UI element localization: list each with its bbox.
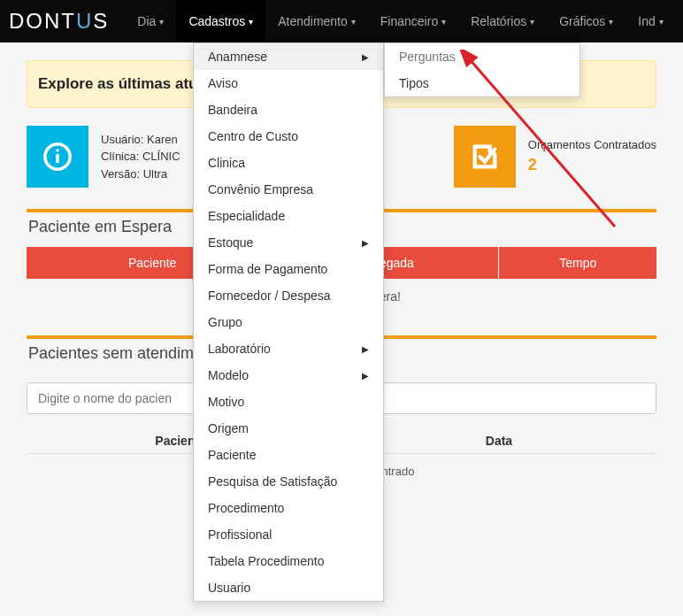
dropdown-item-laborat-rio[interactable]: Laboratório▶ xyxy=(194,335,383,362)
nav-label: Cadastros xyxy=(188,14,245,28)
dropdown-item-motivo[interactable]: Motivo xyxy=(194,389,383,415)
caret-down-icon: ▾ xyxy=(441,17,446,27)
caret-down-icon: ▾ xyxy=(159,17,164,27)
dropdown-item-label: Modelo xyxy=(208,368,249,382)
dropdown-item-modelo[interactable]: Modelo▶ xyxy=(194,362,383,389)
dropdown-item-anamnese[interactable]: Anamnese▶ xyxy=(194,43,383,70)
info-version: Versão: Ultra xyxy=(101,166,180,183)
dropdown-item-conv-nio-empresa[interactable]: Convênio Empresa xyxy=(194,176,383,203)
brand-part2: S xyxy=(93,9,109,33)
dropdown-item-estoque[interactable]: Estoque▶ xyxy=(194,229,383,256)
dropdown-item-paciente[interactable]: Paciente xyxy=(194,442,383,468)
brand-logo: DONTUS xyxy=(0,9,125,34)
dropdown-item-label: Grupo xyxy=(208,315,242,329)
info-user: Usuário: Karen xyxy=(101,131,180,149)
nav-item-cadastros[interactable]: Cadastros▾ xyxy=(176,0,265,42)
dropdown-item-label: Bandeira xyxy=(208,103,257,117)
dropdown-cadastros[interactable]: Anamnese▶AvisoBandeiraCentro de CustoCli… xyxy=(193,42,384,489)
info-icon xyxy=(27,126,88,188)
chevron-right-icon: ▶ xyxy=(362,238,369,248)
nav-label: Ind xyxy=(638,14,655,28)
submenu-anamnese[interactable]: PerguntasTipos xyxy=(384,42,580,97)
dropdown-item-label: Convênio Empresa xyxy=(208,182,313,196)
caret-down-icon: ▾ xyxy=(249,17,253,27)
nav-item-gráficos[interactable]: Gráficos▾ xyxy=(547,0,625,42)
dropdown-item-grupo[interactable]: Grupo xyxy=(194,309,383,335)
brand-part1: DONT xyxy=(9,9,76,33)
info-clinic: Clínica: CLÍNIC xyxy=(101,148,180,166)
dropdown-item-label: Forma de Pagamento xyxy=(208,262,327,276)
chevron-right-icon: ▶ xyxy=(362,344,369,354)
orcamentos-text: Orçamentos Contratados 2 xyxy=(528,136,656,178)
dropdown-item-pesquisa-de-satisfa-o[interactable]: Pesquisa de Satisfação xyxy=(194,468,383,489)
nav-label: Atendimento xyxy=(278,14,348,28)
check-icon xyxy=(454,126,516,188)
dropdown-item-bandeira[interactable]: Bandeira xyxy=(194,96,383,123)
nav-label: Financeiro xyxy=(380,14,438,28)
dropdown-item-aviso[interactable]: Aviso xyxy=(194,70,383,96)
dropdown-item-especialidade[interactable]: Especialidade xyxy=(194,203,383,229)
dropdown-item-fornecedor-despesa[interactable]: Fornecedor / Despesa xyxy=(194,282,383,309)
dropdown-item-label: Pesquisa de Satisfação xyxy=(208,474,337,489)
dropdown-item-label: Fornecedor / Despesa xyxy=(208,289,331,303)
nav-label: Dia xyxy=(137,14,156,28)
nav-item-dia[interactable]: Dia▾ xyxy=(125,0,176,42)
nav-item-relatórios[interactable]: Relatórios▾ xyxy=(458,0,547,42)
submenu-item-perguntas[interactable]: Perguntas xyxy=(385,43,579,70)
dropdown-item-label: Centro de Custo xyxy=(208,129,298,143)
chevron-right-icon: ▶ xyxy=(362,371,369,381)
dropdown-item-forma-de-pagamento[interactable]: Forma de Pagamento xyxy=(194,256,383,282)
dropdown-item-label: Motivo xyxy=(208,395,244,409)
col-tempo: Tempo xyxy=(499,247,656,279)
nav-item-ind[interactable]: Ind▾ xyxy=(625,0,675,42)
brand-dot: U xyxy=(76,9,93,33)
orcamentos-title: Orçamentos Contratados xyxy=(528,136,656,154)
top-nav: DONTUS Dia▾Cadastros▾Atendimento▾Finance… xyxy=(0,0,683,42)
nav-item-atendimento[interactable]: Atendimento▾ xyxy=(265,0,368,42)
dropdown-item-label: Estoque xyxy=(208,235,253,250)
col-data: Data xyxy=(342,434,656,448)
caret-down-icon: ▾ xyxy=(351,17,356,27)
nav-item-financeiro[interactable]: Financeiro▾ xyxy=(368,0,458,42)
dropdown-item-label: Clinica xyxy=(208,156,245,170)
dropdown-item-centro-de-custo[interactable]: Centro de Custo xyxy=(194,123,383,150)
dropdown-item-label: Especialidade xyxy=(208,209,285,223)
caret-down-icon: ▾ xyxy=(609,17,613,27)
info-card-text: Usuário: Karen Clínica: CLÍNIC Versão: U… xyxy=(101,131,180,183)
dropdown-item-label: Aviso xyxy=(208,76,238,90)
orcamentos-value: 2 xyxy=(528,153,656,177)
dropdown-item-clinica[interactable]: Clinica xyxy=(194,150,383,176)
chevron-right-icon: ▶ xyxy=(362,52,369,62)
nav-label: Relatórios xyxy=(471,14,526,28)
submenu-item-tipos[interactable]: Tipos xyxy=(385,70,579,96)
dropdown-item-label: Anamnese xyxy=(208,50,267,64)
caret-down-icon: ▾ xyxy=(530,17,534,27)
dropdown-item-origem[interactable]: Origem xyxy=(194,415,383,442)
svg-point-3 xyxy=(56,149,58,151)
orcamentos-card: Orçamentos Contratados 2 xyxy=(454,126,656,188)
dropdown-item-label: Paciente xyxy=(208,448,256,462)
info-card: Usuário: Karen Clínica: CLÍNIC Versão: U… xyxy=(27,126,180,188)
caret-down-icon: ▾ xyxy=(659,17,664,27)
dropdown-item-label: Laboratório xyxy=(208,342,271,356)
nav-items: Dia▾Cadastros▾Atendimento▾Financeiro▾Rel… xyxy=(125,0,675,42)
nav-label: Gráficos xyxy=(559,14,605,28)
dropdown-item-label: Origem xyxy=(208,421,249,435)
